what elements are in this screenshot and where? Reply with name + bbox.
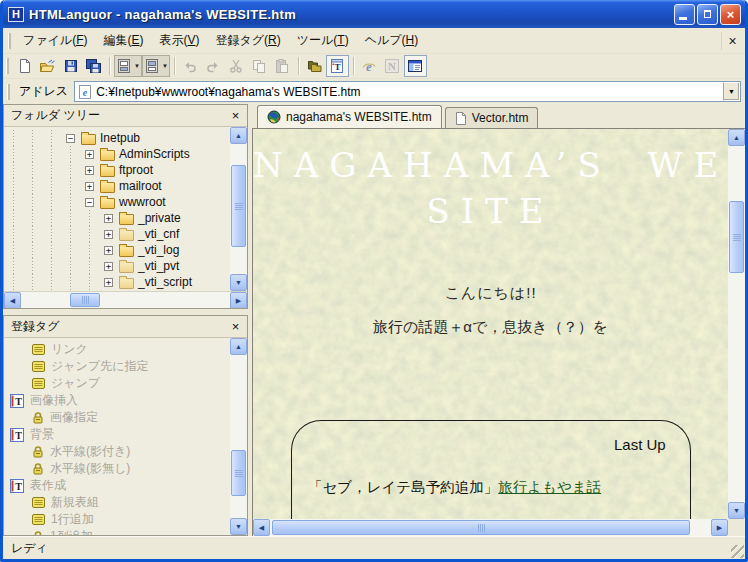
tag-item[interactable]: T画像挿入 bbox=[4, 392, 230, 409]
tag-item[interactable]: ジャンプ bbox=[4, 375, 230, 392]
tree-item-_vti_script[interactable]: +_vti_script bbox=[4, 274, 230, 290]
folder-tree-horizontal-scrollbar[interactable]: ◀ ▶ bbox=[4, 291, 247, 308]
tag-panel-toggle-button[interactable]: T bbox=[326, 55, 349, 77]
scroll-right-button[interactable]: ▶ bbox=[230, 292, 247, 309]
cut-button[interactable] bbox=[225, 55, 248, 77]
tree-indent-guide bbox=[61, 226, 80, 242]
tree-expander[interactable]: + bbox=[99, 242, 118, 258]
copy-button[interactable] bbox=[248, 55, 271, 77]
tree-expander[interactable]: + bbox=[80, 178, 99, 194]
minimize-button[interactable] bbox=[674, 4, 695, 25]
tree-expander[interactable]: + bbox=[99, 226, 118, 242]
scrollbar-thumb[interactable] bbox=[70, 293, 100, 307]
tree-indent-guide bbox=[80, 258, 99, 274]
resize-grip[interactable] bbox=[731, 545, 744, 558]
tree-item-label: _vti_cnf bbox=[138, 227, 179, 241]
lock-icon bbox=[32, 530, 44, 535]
tree-expander[interactable]: + bbox=[80, 146, 99, 162]
menu-help[interactable]: ヘルプ(H) bbox=[357, 29, 427, 52]
open-file-button[interactable] bbox=[36, 55, 59, 77]
view-layout-alt-button[interactable]: ▼ bbox=[142, 55, 170, 77]
tag-item[interactable]: リンク bbox=[4, 341, 230, 358]
folder-tree-toggle-button[interactable] bbox=[303, 55, 326, 77]
tag-item[interactable]: 画像指定 bbox=[4, 409, 230, 426]
tree-expander[interactable]: − bbox=[61, 130, 80, 146]
scroll-up-button[interactable]: ▲ bbox=[728, 129, 745, 146]
tree-item-wwwroot[interactable]: −wwwroot bbox=[4, 194, 230, 210]
menu-edit[interactable]: 編集(E) bbox=[95, 29, 151, 52]
news-link[interactable]: 旅行よもやま話 bbox=[498, 479, 601, 495]
tree-item-_private[interactable]: +_private bbox=[4, 210, 230, 226]
tag-item[interactable]: T背景 bbox=[4, 426, 230, 443]
redo-button[interactable] bbox=[202, 55, 225, 77]
tag-item[interactable]: 水平線(影付き) bbox=[4, 443, 230, 460]
view-layout-button[interactable]: ▼ bbox=[114, 55, 142, 77]
tree-expander[interactable]: − bbox=[80, 194, 99, 210]
menu-view[interactable]: 表示(V) bbox=[151, 29, 207, 52]
tree-indent-guide bbox=[23, 226, 42, 242]
copy-icon bbox=[251, 58, 267, 74]
paste-button[interactable] bbox=[271, 55, 294, 77]
menubar-grip[interactable] bbox=[8, 33, 11, 49]
tags-vertical-scrollbar[interactable]: ▲ ▼ bbox=[230, 338, 247, 535]
tree-expander[interactable]: + bbox=[99, 274, 118, 290]
preview-horizontal-scrollbar[interactable]: ◀ ▶ bbox=[253, 519, 728, 536]
maximize-button[interactable] bbox=[697, 4, 718, 25]
scroll-right-button[interactable]: ▶ bbox=[711, 519, 728, 536]
menu-file[interactable]: ファイル(F) bbox=[15, 29, 95, 52]
scroll-down-button[interactable]: ▼ bbox=[728, 502, 745, 519]
tree-expander[interactable]: + bbox=[80, 162, 99, 178]
tree-indent-guide bbox=[80, 226, 99, 242]
registered-tags-close-button[interactable]: × bbox=[227, 319, 244, 334]
scroll-up-button[interactable]: ▲ bbox=[230, 127, 247, 144]
tree-item-mailroot[interactable]: +mailroot bbox=[4, 178, 230, 194]
tree-expander[interactable]: + bbox=[99, 258, 118, 274]
folder-tree-close-button[interactable]: × bbox=[227, 108, 244, 123]
titlebar[interactable]: H HTMLanguor - nagahama's WEBSITE.htm × bbox=[3, 0, 745, 28]
toolbar-grip[interactable] bbox=[6, 58, 9, 74]
undo-button[interactable] bbox=[179, 55, 202, 77]
addressbar-grip[interactable] bbox=[7, 84, 10, 100]
menu-tools[interactable]: ツール(T) bbox=[289, 29, 357, 52]
address-dropdown-button[interactable]: ▼ bbox=[723, 82, 740, 101]
address-value[interactable]: C:¥Inetpub¥wwwroot¥nagahama's WEBSITE.ht… bbox=[96, 85, 723, 99]
tree-item-_vti_pvt[interactable]: +_vti_pvt bbox=[4, 258, 230, 274]
tree-item-ftproot[interactable]: +ftproot bbox=[4, 162, 230, 178]
tree-item-_vti_cnf[interactable]: +_vti_cnf bbox=[4, 226, 230, 242]
preview-ie-button[interactable]: e bbox=[358, 55, 381, 77]
scroll-down-button[interactable]: ▼ bbox=[230, 274, 247, 291]
scroll-up-button[interactable]: ▲ bbox=[230, 338, 247, 355]
scrollbar-thumb[interactable] bbox=[272, 520, 690, 535]
tag-item[interactable]: 水平線(影無し) bbox=[4, 460, 230, 477]
tag-item[interactable]: 新規表組 bbox=[4, 494, 230, 511]
close-button[interactable]: × bbox=[720, 4, 741, 25]
scrollbar-thumb[interactable] bbox=[231, 165, 246, 247]
scrollbar-thumb[interactable] bbox=[729, 201, 744, 273]
document-close-button[interactable]: × bbox=[721, 32, 741, 50]
tag-item[interactable]: T表作成 bbox=[4, 477, 230, 494]
save-button[interactable] bbox=[59, 55, 82, 77]
scroll-left-button[interactable]: ◀ bbox=[253, 519, 270, 536]
new-file-button[interactable] bbox=[13, 55, 36, 77]
address-combobox[interactable]: e C:¥Inetpub¥wwwroot¥nagahama's WEBSITE.… bbox=[74, 81, 741, 102]
tree-expander[interactable]: + bbox=[99, 210, 118, 226]
folder-tree-vertical-scrollbar[interactable]: ▲ ▼ bbox=[230, 127, 247, 291]
editor-panel-button[interactable] bbox=[404, 55, 427, 77]
tag-item[interactable]: 1行追加 bbox=[4, 511, 230, 528]
tab-nagahama-website[interactable]: nagahama's WEBSITE.htm bbox=[257, 105, 442, 128]
tree-indent-guide bbox=[23, 178, 42, 194]
preview-netscape-button[interactable]: N bbox=[381, 55, 404, 77]
save-all-button[interactable] bbox=[82, 55, 105, 77]
menu-registered-tags[interactable]: 登録タグ(R) bbox=[208, 29, 289, 52]
tag-item[interactable]: ジャンプ先に指定 bbox=[4, 358, 230, 375]
preview-vertical-scrollbar[interactable]: ▲ ▼ bbox=[728, 129, 745, 519]
tab-vector[interactable]: Vector.htm bbox=[445, 107, 539, 128]
scroll-left-button[interactable]: ◀ bbox=[4, 292, 21, 309]
tree-item-inetpub[interactable]: −Inetpub bbox=[4, 130, 230, 146]
scroll-down-button[interactable]: ▼ bbox=[230, 518, 247, 535]
tree-item-label: wwwroot bbox=[119, 195, 166, 209]
tree-item-adminscripts[interactable]: +AdminScripts bbox=[4, 146, 230, 162]
scrollbar-thumb[interactable] bbox=[231, 450, 246, 496]
tag-item[interactable]: 1列追加 bbox=[4, 528, 230, 535]
tree-item-_vti_log[interactable]: +_vti_log bbox=[4, 242, 230, 258]
